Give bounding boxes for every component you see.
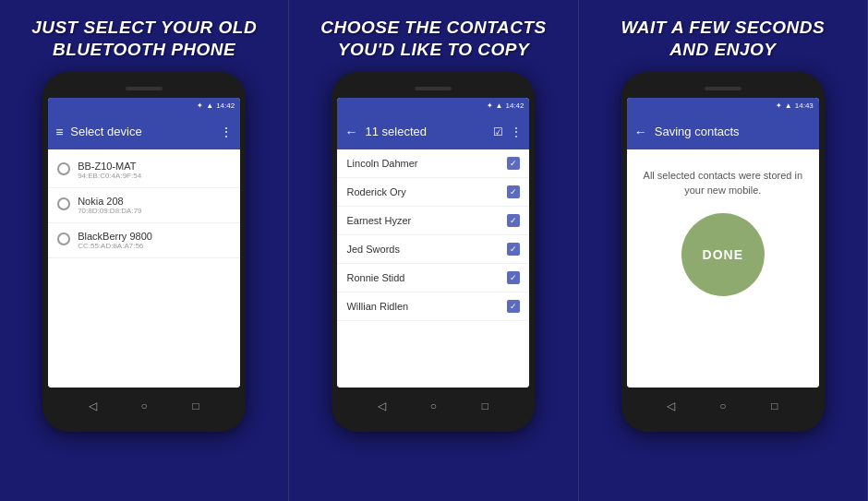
home-button-3[interactable]: ○ <box>715 398 731 414</box>
panel-select-device: JUST SELECT YOUR OLDBLUETOOTH PHONE ✦ ▲ … <box>0 0 289 501</box>
recent-button-3[interactable]: □ <box>766 398 783 414</box>
contact-item-4[interactable]: Jed Swords ✓ <box>337 235 529 264</box>
contact-name-1: Lincoln Dahmer <box>346 158 417 169</box>
contact-item-1[interactable]: Lincoln Dahmer ✓ <box>337 149 529 178</box>
contact-name-5: Ronnie Stidd <box>346 272 404 283</box>
phone-nav-3: ◁ ○ □ <box>627 389 819 423</box>
panel-saving-contacts: WAIT A FEW SECONDSAND ENJOY ✦ ▲ 14:43 ← … <box>579 0 868 501</box>
contact-item-2[interactable]: Roderick Ory ✓ <box>337 178 529 207</box>
panel-choose-contacts: CHOOSE THE CONTACTSYOU'D LIKE TO COPY ✦ … <box>289 0 578 501</box>
device-mac-1: 94:EB:C0:4A:9F:54 <box>78 172 141 180</box>
status-bar-2: ✦ ▲ 14:42 <box>337 98 529 114</box>
contact-name-2: Roderick Ory <box>346 186 405 197</box>
contact-name-6: Willian Ridlen <box>346 301 408 312</box>
checkbox-1[interactable]: ✓ <box>507 157 520 170</box>
device-item-2[interactable]: Nokia 208 70:8D:09:D8:DA:79 <box>48 188 240 223</box>
panel-title-2: CHOOSE THE CONTACTSYOU'D LIKE TO COPY <box>320 17 547 61</box>
phone-speaker-2 <box>415 87 452 90</box>
device-mac-3: CC:55:AD:8A:A7:56 <box>78 242 152 250</box>
checkbox-5[interactable]: ✓ <box>507 271 520 284</box>
checkbox-2[interactable]: ✓ <box>507 185 520 198</box>
app-bar-3: ← Saving contacts <box>627 114 819 149</box>
saving-message: All selected contacts were stored in you… <box>636 168 810 198</box>
phone-2: ✦ ▲ 14:42 ← 11 selected ☑ ⋮ Lincoln Dahm… <box>332 72 535 432</box>
radio-nokia[interactable] <box>57 197 70 210</box>
device-info-2: Nokia 208 70:8D:09:D8:DA:79 <box>78 196 141 215</box>
bluetooth-icon-2: ✦ <box>487 101 493 110</box>
device-name-2: Nokia 208 <box>78 196 141 207</box>
selected-count: 11 selected <box>365 125 493 138</box>
phone-screen-1: ✦ ▲ 14:42 ≡ Select device ⋮ BB-Z10-MAT 9… <box>48 98 240 388</box>
checkbox-6[interactable]: ✓ <box>507 300 520 313</box>
more-icon-2[interactable]: ⋮ <box>511 125 522 138</box>
phone-3: ✦ ▲ 14:43 ← Saving contacts All selected… <box>621 72 825 432</box>
home-button-1[interactable]: ○ <box>136 398 152 414</box>
more-icon-1[interactable]: ⋮ <box>220 125 233 139</box>
done-button[interactable]: DONE <box>681 213 765 296</box>
app-bar-title-1: Select device <box>70 125 220 138</box>
status-bar-1: ✦ ▲ 14:42 <box>48 98 240 114</box>
phone-nav-1: ◁ ○ □ <box>48 389 240 423</box>
time-3: 14:43 <box>795 101 814 110</box>
contact-item-3[interactable]: Earnest Hyzer ✓ <box>337 207 529 235</box>
device-item-1[interactable]: BB-Z10-MAT 94:EB:C0:4A:9F:54 <box>48 153 240 188</box>
hamburger-icon[interactable]: ≡ <box>55 125 63 139</box>
back-button-1[interactable]: ◁ <box>84 398 101 414</box>
device-item-3[interactable]: BlackBerry 9800 CC:55:AD:8A:A7:56 <box>48 223 240 258</box>
signal-icon-3: ▲ <box>785 101 792 110</box>
device-name-1: BB-Z10-MAT <box>78 161 141 172</box>
phone-1: ✦ ▲ 14:42 ≡ Select device ⋮ BB-Z10-MAT 9… <box>42 72 246 432</box>
device-mac-2: 70:8D:09:D8:DA:79 <box>78 207 141 215</box>
back-arrow-3[interactable]: ← <box>634 125 647 139</box>
contact-list: Lincoln Dahmer ✓ Roderick Ory ✓ Earnest … <box>337 149 529 388</box>
app-bar-2: ← 11 selected ☑ ⋮ <box>337 114 529 149</box>
contact-item-6[interactable]: Willian Ridlen ✓ <box>337 292 529 321</box>
contact-item-5[interactable]: Ronnie Stidd ✓ <box>337 264 529 292</box>
radio-blackberry[interactable] <box>57 233 70 245</box>
bluetooth-icon-3: ✦ <box>776 101 782 110</box>
phone-speaker <box>126 87 163 90</box>
device-list: BB-Z10-MAT 94:EB:C0:4A:9F:54 Nokia 208 7… <box>48 149 240 388</box>
panel-title-3: WAIT A FEW SECONDSAND ENJOY <box>621 17 825 61</box>
back-button-3[interactable]: ◁ <box>663 398 680 414</box>
home-button-2[interactable]: ○ <box>425 398 441 414</box>
phone-screen-2: ✦ ▲ 14:42 ← 11 selected ☑ ⋮ Lincoln Dahm… <box>337 98 529 388</box>
signal-icon: ▲ <box>206 101 213 110</box>
contact-name-3: Earnest Hyzer <box>346 215 411 226</box>
time-1: 14:42 <box>216 101 235 110</box>
bluetooth-icon: ✦ <box>197 101 203 110</box>
phone-speaker-3 <box>705 87 741 90</box>
recent-button-1[interactable]: □ <box>187 398 204 414</box>
device-info-1: BB-Z10-MAT 94:EB:C0:4A:9F:54 <box>78 161 141 180</box>
phone-screen-3: ✦ ▲ 14:43 ← Saving contacts All selected… <box>627 98 819 388</box>
checkbox-3[interactable]: ✓ <box>507 214 520 227</box>
signal-icon-2: ▲ <box>496 101 503 110</box>
saving-screen: All selected contacts were stored in you… <box>627 149 819 388</box>
time-2: 14:42 <box>505 101 524 110</box>
app-bar-1: ≡ Select device ⋮ <box>48 114 240 149</box>
app-bar-icons: ☑ ⋮ <box>493 125 522 138</box>
radio-bb[interactable] <box>57 162 70 175</box>
back-arrow-2[interactable]: ← <box>344 125 357 139</box>
device-name-3: BlackBerry 9800 <box>78 231 152 242</box>
back-button-2[interactable]: ◁ <box>373 398 390 414</box>
status-bar-3: ✦ ▲ 14:43 <box>627 98 819 114</box>
panel-title-1: JUST SELECT YOUR OLDBLUETOOTH PHONE <box>31 17 257 61</box>
recent-button-2[interactable]: □ <box>476 398 493 414</box>
device-info-3: BlackBerry 9800 CC:55:AD:8A:A7:56 <box>78 231 152 250</box>
contact-name-4: Jed Swords <box>346 244 399 255</box>
saving-title: Saving contacts <box>655 125 812 138</box>
select-all-icon[interactable]: ☑ <box>493 125 503 138</box>
checkbox-4[interactable]: ✓ <box>507 243 520 256</box>
phone-nav-2: ◁ ○ □ <box>337 389 529 423</box>
